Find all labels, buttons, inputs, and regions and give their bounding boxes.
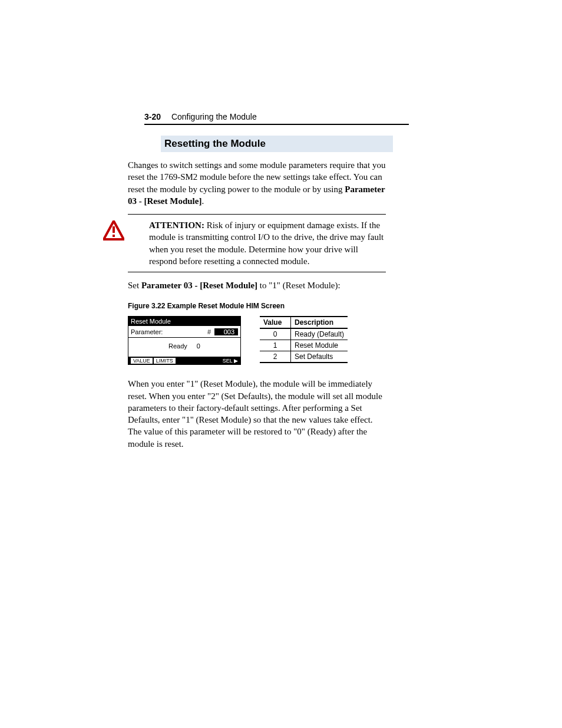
him-param-row: Parameter: # 003: [128, 326, 240, 338]
set-instruction: Set Parameter 03 - [Reset Module] to "1"…: [128, 279, 386, 291]
him-status-value: 0: [197, 342, 200, 350]
figure-caption: Figure 3.22 Example Reset Module HIM Scr…: [128, 302, 409, 310]
chapter-title: Configuring the Module: [171, 112, 257, 121]
cell-value: 0: [260, 328, 291, 340]
col-value: Value: [260, 317, 291, 328]
him-title: Reset Module: [128, 317, 240, 326]
set-pre: Set: [128, 281, 141, 290]
intro-end: .: [201, 196, 204, 206]
warning-icon: [103, 220, 124, 243]
him-footer: VALUE LIMITS SEL ▶: [128, 357, 240, 364]
attention-label: ATTENTION:: [149, 220, 204, 230]
him-sel-label: SEL: [223, 358, 233, 364]
cell-value: 1: [260, 340, 291, 351]
page-content: Resetting the Module Changes to switch s…: [144, 136, 409, 450]
table-row: 1 Reset Module: [260, 340, 348, 351]
table-row: 0 Ready (Default): [260, 328, 348, 340]
him-body: Ready 0: [128, 338, 240, 357]
set-post: to "1" (Reset Module):: [257, 281, 340, 290]
him-hash: #: [207, 328, 211, 335]
him-param-label: Parameter:: [131, 328, 207, 335]
figure-row: Reset Module Parameter: # 003 Ready 0 VA…: [128, 316, 409, 365]
cell-value: 2: [260, 351, 291, 363]
page-number: 3-20: [144, 112, 161, 121]
cell-desc: Reset Module: [291, 340, 348, 351]
document-page: 3-20 Configuring the Module Resetting th…: [0, 0, 562, 728]
him-tab-value: VALUE: [131, 358, 153, 364]
svg-rect-1: [113, 226, 115, 233]
set-bold: Parameter 03 - [Reset Module]: [141, 281, 257, 290]
closing-paragraph: When you enter "1" (Reset Module), the m…: [128, 378, 386, 450]
value-description-table: Value Description 0 Ready (Default) 1 Re…: [260, 316, 348, 363]
page-header: 3-20 Configuring the Module: [144, 112, 409, 125]
attention-block: ATTENTION: Risk of injury or equipment d…: [128, 214, 386, 272]
table-header-row: Value Description: [260, 317, 348, 328]
attention-text-block: ATTENTION: Risk of injury or equipment d…: [149, 219, 386, 267]
svg-rect-2: [113, 235, 115, 237]
section-heading: Resetting the Module: [161, 136, 393, 152]
play-icon: ▶: [234, 358, 238, 364]
him-sel: SEL ▶: [223, 358, 238, 364]
him-tabs: VALUE LIMITS: [131, 358, 176, 364]
table-row: 2 Set Defaults: [260, 351, 348, 363]
him-tab-limits: LIMITS: [154, 358, 176, 364]
cell-desc: Set Defaults: [291, 351, 348, 363]
intro-paragraph: Changes to switch settings and some modu…: [128, 159, 386, 207]
him-status: Ready: [168, 342, 187, 350]
col-description: Description: [291, 317, 348, 328]
cell-desc: Ready (Default): [291, 328, 348, 340]
him-param-number: 003: [214, 328, 238, 335]
him-screen: Reset Module Parameter: # 003 Ready 0 VA…: [128, 316, 241, 365]
